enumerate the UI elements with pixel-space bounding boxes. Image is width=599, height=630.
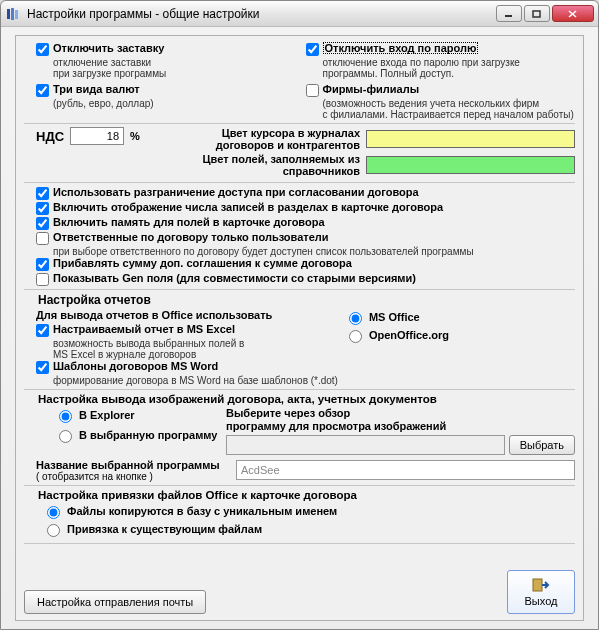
- browse-button[interactable]: Выбрать: [509, 435, 575, 455]
- percent-label: %: [130, 130, 140, 142]
- exit-icon: [532, 577, 550, 595]
- close-button[interactable]: [552, 5, 594, 22]
- office-output-label: Для вывода отчетов в Office использовать: [36, 309, 338, 321]
- disable-splash-sub: отключение заставки при загрузке програм…: [53, 57, 306, 79]
- images-title: Настройка вывода изображений договора, а…: [38, 393, 575, 405]
- chosen-program-title: Название выбранной программы: [36, 459, 236, 471]
- three-currencies-sub: (рубль, евро, доллар): [53, 98, 306, 109]
- responsible-users-label: Ответственные по договору только пользов…: [53, 231, 329, 243]
- attach-title: Настройка привязки файлов Office к карто…: [38, 489, 575, 501]
- settings-window: Настройки программы - общие настройки От…: [0, 0, 599, 630]
- vat-input[interactable]: [70, 127, 124, 145]
- window-title: Настройки программы - общие настройки: [27, 7, 496, 21]
- openoffice-label: OpenOffice.org: [369, 329, 449, 341]
- branches-sub: (возможность ведения учета нескольких фи…: [323, 98, 576, 120]
- add-agreement-sum-checkbox[interactable]: [36, 258, 49, 271]
- window-buttons: [496, 5, 594, 22]
- svg-rect-2: [15, 10, 18, 19]
- cursor-color-swatch[interactable]: [366, 130, 575, 148]
- exit-button[interactable]: Выход: [507, 570, 575, 614]
- explorer-label: В Explorer: [79, 409, 135, 421]
- ms-office-label: MS Office: [369, 311, 420, 323]
- disable-password-label: Отключить вход по паролю: [323, 42, 479, 54]
- copy-unique-label: Файлы копируются в базу с уникальным име…: [67, 505, 337, 517]
- branches-checkbox[interactable]: [306, 84, 319, 97]
- disable-password-checkbox[interactable]: [306, 43, 319, 56]
- show-gen-fields-checkbox[interactable]: [36, 273, 49, 286]
- fields-color-swatch[interactable]: [366, 156, 575, 174]
- choose-program-label: Выберите через обзор программу для просм…: [226, 407, 575, 432]
- excel-custom-sub: возможность вывода выбранных полей в MS …: [53, 338, 338, 360]
- svg-rect-4: [533, 11, 540, 17]
- svg-rect-7: [533, 579, 542, 591]
- fields-color-label: Цвет полей, заполняемых из справочников: [176, 153, 366, 177]
- show-counts-checkbox[interactable]: [36, 202, 49, 215]
- mail-settings-button[interactable]: Настройка отправления почты: [24, 590, 206, 614]
- explorer-radio[interactable]: [59, 410, 72, 423]
- disable-splash-label: Отключить заставку: [53, 42, 164, 54]
- branches-label: Фирмы-филиалы: [323, 83, 420, 95]
- word-templates-label: Шаблоны договоров MS Word: [53, 360, 218, 372]
- disable-password-sub: отключение входа по паролю при загрузке …: [323, 57, 576, 79]
- minimize-button[interactable]: [496, 5, 522, 22]
- titlebar: Настройки программы - общие настройки: [1, 1, 598, 27]
- show-gen-fields-label: Показывать Gen поля (для совместимости с…: [53, 272, 416, 284]
- chosen-program-input[interactable]: [236, 460, 575, 480]
- content-panel: Отключить заставку отключение заставки п…: [15, 35, 584, 621]
- ms-office-radio[interactable]: [349, 312, 362, 325]
- show-counts-label: Включить отображение числа записей в раз…: [53, 201, 443, 213]
- responsible-users-checkbox[interactable]: [36, 232, 49, 245]
- svg-rect-1: [11, 8, 14, 20]
- access-control-label: Использовать разграничение доступа при с…: [53, 186, 419, 198]
- link-existing-label: Привязка к существующим файлам: [67, 523, 262, 535]
- cursor-color-label: Цвет курсора в журналах договоров и конт…: [176, 127, 366, 151]
- openoffice-radio[interactable]: [349, 330, 362, 343]
- maximize-button[interactable]: [524, 5, 550, 22]
- access-control-checkbox[interactable]: [36, 187, 49, 200]
- reports-title: Настройка отчетов: [38, 293, 575, 307]
- word-templates-checkbox[interactable]: [36, 361, 49, 374]
- copy-unique-radio[interactable]: [47, 506, 60, 519]
- add-agreement-sum-label: Прибавлять сумму доп. соглашения к сумме…: [53, 257, 352, 269]
- excel-custom-label: Настраиваемый отчет в MS Excel: [53, 323, 235, 335]
- chosen-program-sub: ( отобразится на кнопке ): [36, 471, 236, 482]
- three-currencies-checkbox[interactable]: [36, 84, 49, 97]
- field-memory-checkbox[interactable]: [36, 217, 49, 230]
- program-path-input[interactable]: [226, 435, 505, 455]
- word-templates-sub: формирование договора в MS Word на базе …: [53, 375, 338, 386]
- exit-label: Выход: [525, 595, 558, 607]
- link-existing-radio[interactable]: [47, 524, 60, 537]
- program-label: В выбранную программу: [79, 429, 217, 441]
- disable-splash-checkbox[interactable]: [36, 43, 49, 56]
- vat-label: НДС: [36, 129, 64, 144]
- program-radio[interactable]: [59, 430, 72, 443]
- three-currencies-label: Три вида валют: [53, 83, 140, 95]
- field-memory-label: Включить память для полей в карточке дог…: [53, 216, 325, 228]
- excel-custom-checkbox[interactable]: [36, 324, 49, 337]
- svg-rect-0: [7, 9, 10, 19]
- app-icon: [5, 6, 21, 22]
- responsible-users-sub: при выборе ответственного по договору бу…: [53, 246, 575, 257]
